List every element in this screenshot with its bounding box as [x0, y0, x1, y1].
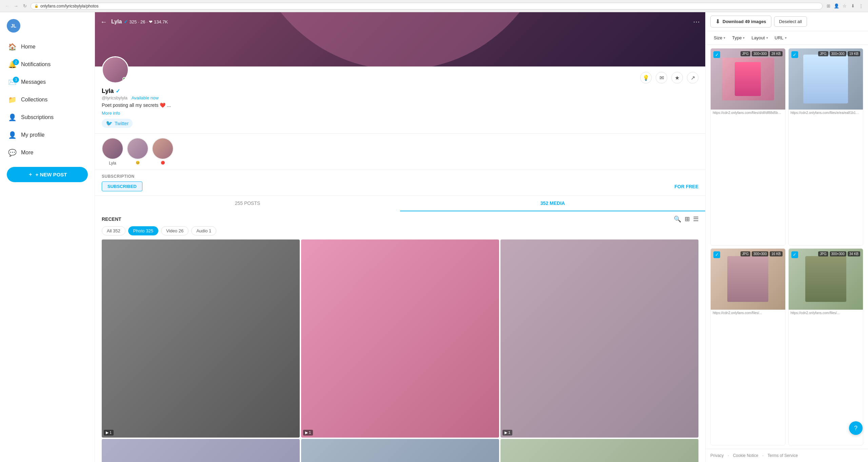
sidebar-item-messages[interactable]: ✉️ 3 Messages — [0, 73, 95, 91]
downloader-panel: ⬇ Download 49 images Deselect all Size ▾… — [705, 12, 868, 462]
chevron-down-icon: ▾ — [766, 36, 768, 40]
recent-title: RECENT — [102, 216, 121, 222]
tip-button[interactable]: 💡 — [640, 72, 652, 83]
tabs-row: 255 POSTS 352 MEDIA — [95, 195, 705, 211]
twitter-link[interactable]: 🐦 Twitter — [102, 119, 133, 128]
more-info-link[interactable]: More info — [102, 111, 120, 116]
tab-posts[interactable]: 255 POSTS — [95, 196, 400, 211]
download-button[interactable]: ⬇ Download 49 images — [710, 16, 771, 27]
media-cell-2[interactable]: ▶ 1 — [301, 239, 499, 438]
filter-audio[interactable]: Audio 1 — [191, 226, 216, 235]
profile-button[interactable]: 👤 — [833, 3, 840, 9]
my-profile-icon: 👤 — [8, 131, 16, 139]
dimensions-tag: 300×300 — [830, 251, 846, 256]
size-tag: 16 KB — [770, 251, 782, 256]
dl-item-2[interactable]: ✓ JPG 300×300 19 KB https://cdn2.onlyfan… — [788, 48, 864, 246]
dimensions-tag: 300×300 — [752, 51, 768, 56]
dl-item-1-checkbox[interactable]: ✓ — [713, 51, 720, 58]
media-grid: ▶ 1 ▶ 1 ▶ 1 ▶ 1 ▶ 1 — [102, 239, 698, 462]
recent-section-header: RECENT 🔍 ⊞ ☰ — [102, 215, 698, 223]
grid-icon[interactable]: ⊞ — [685, 215, 690, 223]
size-filter[interactable]: Size ▾ — [710, 34, 729, 42]
download-manager-button[interactable]: ⬇ — [850, 3, 856, 9]
filter-photo[interactable]: Photo 325 — [128, 226, 158, 235]
main-content: ← Lyla ✓ 325 · 26 · ❤ 134.7K ⋯ — [95, 12, 705, 462]
subscription-section: SUBSCRIPTION SUBSCRIBED FOR FREE — [95, 170, 705, 195]
media-cell-6[interactable]: ▶ 1 — [500, 439, 698, 462]
sidebar-item-more[interactable]: 💬 More — [0, 144, 95, 161]
dl-item-1[interactable]: ✓ JPG 300×300 28 KB https://cdn2.onlyfan… — [710, 48, 786, 246]
message-button[interactable]: ✉ — [656, 72, 667, 83]
profile-handle: @lyricsbylyla Available now — [102, 95, 698, 100]
search-icon[interactable]: 🔍 — [674, 215, 681, 223]
favorite-button[interactable]: ★ — [671, 72, 683, 83]
sidebar-label-my-profile: My profile — [21, 132, 44, 138]
media-cell-1[interactable]: ▶ 1 — [102, 239, 300, 438]
dl-item-3-checkbox[interactable]: ✓ — [713, 251, 720, 258]
forward-button[interactable]: → — [13, 3, 19, 9]
sidebar-item-subscriptions[interactable]: 👤 Subscriptions — [0, 109, 95, 126]
more-icon: 💬 — [8, 149, 16, 157]
layout-filter[interactable]: Layout ▾ — [748, 34, 771, 42]
help-widget[interactable]: ? — [849, 421, 863, 435]
dl-item-4-url: https://cdn2.onlyfans.com/files/... — [789, 310, 863, 316]
sidebar-item-home[interactable]: 🏠 Home — [0, 38, 95, 56]
menu-button[interactable]: ⋮ — [858, 3, 864, 9]
format-tag: JPG — [818, 251, 828, 256]
privacy-link[interactable]: Privacy — [710, 453, 724, 458]
chevron-down-icon: ▾ — [743, 36, 745, 40]
sidebar-label-more: More — [21, 150, 33, 156]
filter-video[interactable]: Video 26 — [161, 226, 189, 235]
dl-item-2-checkbox[interactable]: ✓ — [791, 51, 798, 58]
sidebar-item-notifications[interactable]: 🔔 2 Notifications — [0, 56, 95, 73]
downloader-toolbar: ⬇ Download 49 images Deselect all — [706, 12, 868, 31]
media-cell-3[interactable]: ▶ 1 — [500, 239, 698, 438]
profile-more-button[interactable]: ⋯ — [693, 18, 700, 26]
sidebar-label-notifications: Notifications — [21, 61, 51, 68]
browser-action-buttons: ⊞ 👤 ☆ ⬇ ⋮ — [825, 3, 864, 9]
dimensions-tag: 300×300 — [830, 51, 846, 56]
dl-item-3[interactable]: ✓ JPG 300×300 16 KB https://cdn2.onlyfan… — [710, 248, 786, 446]
format-tag: JPG — [818, 51, 828, 56]
back-button[interactable]: ← — [4, 3, 10, 9]
back-button[interactable]: ← — [100, 18, 107, 26]
story-item-3[interactable]: 🔴 — [152, 138, 174, 166]
story-circle-1[interactable] — [102, 138, 123, 159]
story-item-2[interactable]: 😊 — [127, 138, 149, 166]
filter-all[interactable]: All 352 — [102, 226, 125, 235]
subscription-title: SUBSCRIPTION — [102, 174, 698, 179]
url-filter-label: URL — [775, 35, 784, 40]
story-circle-2[interactable] — [127, 138, 149, 159]
chevron-down-icon: ▾ — [724, 36, 725, 40]
media-badge-1: ▶ 1 — [104, 430, 114, 436]
filter-row: All 352 Photo 325 Video 26 Audio 1 — [102, 226, 698, 235]
url-filter[interactable]: URL ▾ — [771, 34, 790, 42]
media-cell-4[interactable]: ▶ 1 — [102, 439, 300, 462]
media-cell-5[interactable]: ▶ 1 — [301, 439, 499, 462]
refresh-button[interactable]: ↻ — [22, 3, 28, 9]
tab-media[interactable]: 352 MEDIA — [400, 196, 705, 211]
home-icon: 🏠 — [8, 43, 16, 51]
type-filter[interactable]: Type ▾ — [729, 34, 748, 42]
messages-badge: 3 — [13, 77, 19, 83]
new-post-button[interactable]: ＋ + NEW POST — [7, 167, 88, 182]
sidebar-item-my-profile[interactable]: 👤 My profile — [0, 126, 95, 144]
bookmark-button[interactable]: ☆ — [842, 3, 848, 9]
profile-action-icons: 💡 ✉ ★ ↗ — [640, 72, 698, 83]
subscriptions-icon: 👤 — [8, 113, 16, 121]
download-label: Download 49 images — [723, 19, 766, 24]
url-bar[interactable]: 🔒 onlyfans.com/lyricsbylyla/photos — [31, 3, 823, 9]
extensions-button[interactable]: ⊞ — [825, 3, 831, 9]
share-button[interactable]: ↗ — [687, 72, 698, 83]
story-item-1[interactable]: Lyla — [102, 138, 123, 166]
filter-icon[interactable]: ☰ — [693, 215, 698, 223]
dl-item-4[interactable]: ✓ JPG 300×300 34 KB https://cdn2.onlyfan… — [788, 248, 864, 446]
deselect-all-button[interactable]: Deselect all — [774, 16, 807, 27]
terms-link[interactable]: Terms of Service — [768, 453, 798, 458]
story-circle-3[interactable] — [152, 138, 174, 159]
dl-item-4-checkbox[interactable]: ✓ — [791, 251, 798, 258]
sidebar-item-collections[interactable]: 📁 Collections — [0, 91, 95, 109]
format-tag: JPG — [741, 251, 750, 256]
downloader-filters: Size ▾ Type ▾ Layout ▾ URL ▾ — [706, 31, 868, 45]
cookie-notice-link[interactable]: Cookie Notice — [733, 453, 758, 458]
